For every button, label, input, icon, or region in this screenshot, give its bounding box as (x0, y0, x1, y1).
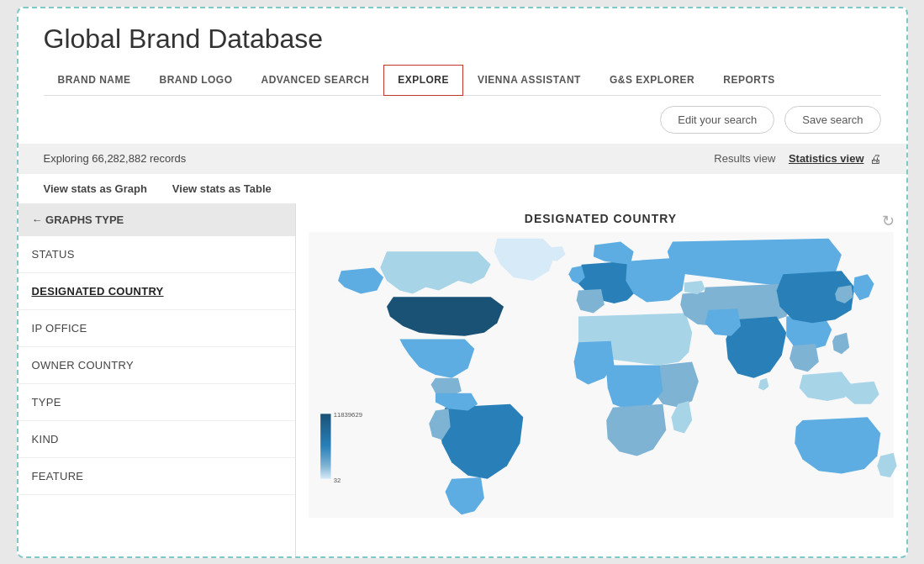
app-container: Global Brand Database BRAND NAME BRAND L… (17, 7, 908, 558)
map-area: DESIGNATED COUNTRY ↻ (296, 203, 906, 556)
main-content: ← GRAPHS TYPE STATUS DESIGNATED COUNTRY … (18, 203, 906, 556)
legend-min-label: 32 (333, 476, 341, 483)
app-title: Global Brand Database (44, 24, 881, 55)
toolbar: Edit your search Save search (18, 96, 906, 144)
refresh-icon[interactable]: ↻ (882, 212, 895, 230)
sidebar-header[interactable]: ← GRAPHS TYPE (18, 203, 295, 236)
sidebar-item-status[interactable]: STATUS (18, 236, 295, 273)
map-title: DESIGNATED COUNTRY (525, 212, 677, 225)
table-view-button[interactable]: View stats as Table (172, 182, 272, 195)
results-view-link[interactable]: Results view (714, 152, 775, 165)
nav-item-advanced-search[interactable]: ADVANCED SEARCH (247, 65, 384, 95)
graph-view-button[interactable]: View stats as Graph (44, 182, 147, 195)
save-search-button[interactable]: Save search (784, 106, 880, 134)
sidebar-item-owner-country[interactable]: OWNER COUNTRY (18, 347, 295, 384)
nav-item-reports[interactable]: REPORTS (709, 65, 789, 95)
exploring-text: Exploring 66,282,882 records (44, 152, 187, 165)
nav-item-gs-explorer[interactable]: G&S EXPLORER (595, 65, 709, 95)
nav-bar: BRAND NAME BRAND LOGO ADVANCED SEARCH EX… (44, 65, 881, 96)
nav-item-brand-logo[interactable]: BRAND LOGO (145, 65, 247, 95)
stats-right: Results view Statistics view 🖨 (714, 152, 880, 166)
sidebar: ← GRAPHS TYPE STATUS DESIGNATED COUNTRY … (18, 203, 296, 556)
legend-max-label: 11839629 (333, 411, 362, 419)
edit-search-button[interactable]: Edit your search (660, 106, 774, 134)
sidebar-item-ip-office[interactable]: IP OFFICE (18, 310, 295, 347)
view-switcher: View stats as Graph View stats as Table (18, 174, 906, 203)
sidebar-item-kind[interactable]: KIND (18, 421, 295, 458)
nav-item-brand-name[interactable]: BRAND NAME (44, 65, 145, 95)
sidebar-item-feature[interactable]: FEATURE (18, 458, 295, 495)
stats-bar: Exploring 66,282,882 records Results vie… (18, 144, 906, 174)
nav-item-vienna-assistant[interactable]: VIENNA ASSISTANT (463, 65, 595, 95)
svg-rect-1 (320, 414, 330, 478)
nav-item-explore[interactable]: EXPLORE (383, 65, 463, 96)
header: Global Brand Database BRAND NAME BRAND L… (18, 8, 906, 96)
statistics-view-link[interactable]: Statistics view (789, 152, 864, 165)
world-map: 11839629 32 (304, 232, 898, 518)
sidebar-item-designated-country[interactable]: DESIGNATED COUNTRY (18, 273, 295, 310)
print-icon[interactable]: 🖨 (869, 152, 881, 166)
sidebar-item-type[interactable]: TYPE (18, 384, 295, 421)
